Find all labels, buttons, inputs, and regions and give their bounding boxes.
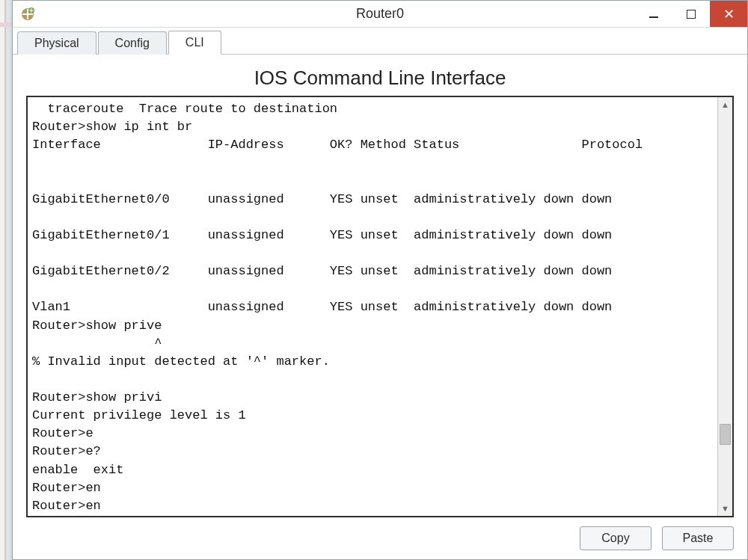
maximize-icon bbox=[687, 10, 696, 19]
titlebar[interactable]: Router0 ✕ bbox=[13, 1, 747, 28]
cli-heading: IOS Command Line Interface bbox=[26, 67, 734, 90]
terminal-scrollbar[interactable]: ▲ ▼ bbox=[717, 97, 732, 516]
maximize-button[interactable] bbox=[672, 1, 710, 27]
copy-button[interactable]: Copy bbox=[580, 526, 652, 550]
scroll-up-icon[interactable]: ▲ bbox=[718, 97, 732, 112]
scroll-down-icon[interactable]: ▼ bbox=[718, 501, 732, 516]
terminal-output[interactable]: traceroute Trace route to destination Ro… bbox=[28, 97, 717, 516]
background-stripe bbox=[0, 0, 6, 560]
tab-physical[interactable]: Physical bbox=[17, 31, 96, 55]
close-button[interactable]: ✕ bbox=[710, 1, 747, 27]
content-area: IOS Command Line Interface traceroute Tr… bbox=[13, 55, 747, 559]
minimize-icon bbox=[649, 16, 658, 18]
scroll-thumb[interactable] bbox=[720, 424, 731, 445]
app-window: Router0 ✕ Physical Config CLI IOS Comman… bbox=[12, 0, 748, 560]
tabstrip: Physical Config CLI bbox=[13, 28, 747, 55]
terminal-container: traceroute Trace route to destination Ro… bbox=[26, 96, 734, 517]
svg-rect-2 bbox=[27, 9, 28, 19]
paste-button[interactable]: Paste bbox=[662, 526, 734, 550]
button-row: Copy Paste bbox=[26, 517, 734, 550]
tab-config[interactable]: Config bbox=[98, 31, 167, 55]
tab-cli[interactable]: CLI bbox=[168, 31, 221, 55]
close-icon: ✕ bbox=[723, 7, 735, 21]
minimize-button[interactable] bbox=[635, 1, 672, 27]
window-controls: ✕ bbox=[635, 1, 747, 27]
app-icon bbox=[20, 7, 35, 22]
